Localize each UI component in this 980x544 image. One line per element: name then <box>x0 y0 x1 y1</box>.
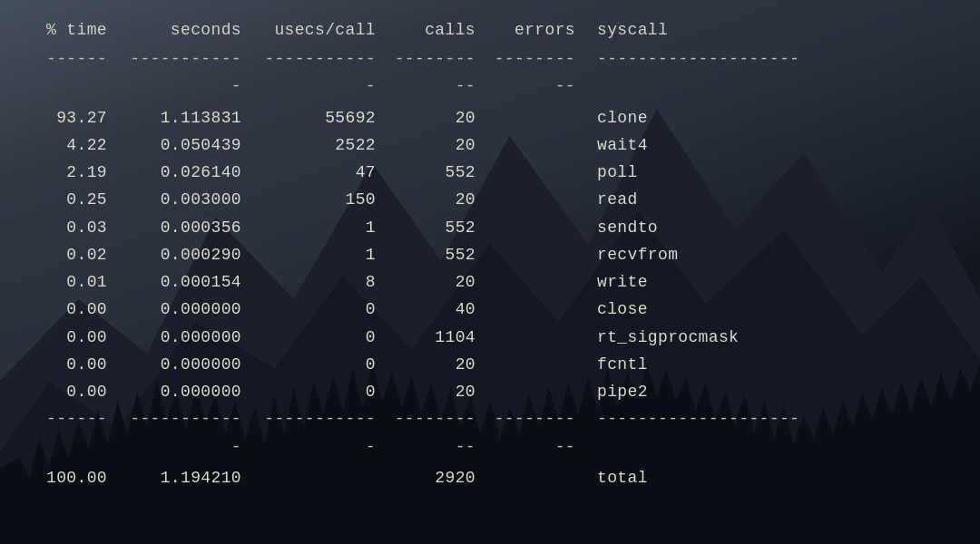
table-row: 0.00 0.000000 0 1104 rt_sigprocmask <box>22 324 958 351</box>
sep-calls: ---------- <box>390 45 490 100</box>
row-errors-8 <box>490 324 590 351</box>
row-calls-7: 40 <box>390 296 490 323</box>
row-syscall-4: sendto <box>590 214 817 241</box>
row-usecs-10: 0 <box>256 378 390 405</box>
header-seconds: seconds <box>122 16 256 44</box>
row-usecs-3: 150 <box>256 186 390 213</box>
row-time-4: 0.03 <box>22 214 122 241</box>
total-time: 100.00 <box>22 464 122 491</box>
row-errors-10 <box>490 378 590 405</box>
table-row: 93.27 1.113831 55692 20 clone <box>22 104 958 131</box>
fsep-seconds: ------------ <box>122 405 256 460</box>
table-row: 0.00 0.000000 0 40 close <box>22 296 958 323</box>
header-separator: ------ ------------ ------------ -------… <box>22 45 958 100</box>
row-calls-6: 20 <box>390 268 490 296</box>
table-total-row: 100.00 1.194210 2920 total <box>22 464 958 491</box>
row-errors-3 <box>490 186 590 213</box>
row-errors-4 <box>490 214 590 241</box>
row-usecs-5: 1 <box>256 241 390 268</box>
row-syscall-3: read <box>590 186 817 213</box>
table-row: 0.02 0.000290 1 552 recvfrom <box>22 241 958 268</box>
row-time-7: 0.00 <box>22 296 122 323</box>
row-time-5: 0.02 <box>22 241 122 268</box>
row-time-3: 0.25 <box>22 186 122 213</box>
table-row: 2.19 0.026140 47 552 poll <box>22 159 958 186</box>
row-syscall-8: rt_sigprocmask <box>590 324 817 351</box>
table-header: % time seconds usecs/call calls errors s… <box>22 16 958 44</box>
header-syscall: syscall <box>590 16 817 44</box>
row-calls-8: 1104 <box>390 324 490 351</box>
row-time-9: 0.00 <box>22 351 122 378</box>
table-row: 4.22 0.050439 2522 20 wait4 <box>22 131 958 159</box>
fsep-usecs: ------------ <box>256 405 390 460</box>
row-time-8: 0.00 <box>22 324 122 351</box>
row-seconds-1: 0.050439 <box>122 131 256 159</box>
row-usecs-7: 0 <box>256 296 390 323</box>
row-usecs-8: 0 <box>256 324 390 351</box>
sep-syscall: -------------------- <box>590 45 817 100</box>
row-time-2: 2.19 <box>22 159 122 186</box>
row-errors-7 <box>490 296 590 323</box>
row-calls-3: 20 <box>390 186 490 213</box>
header-calls: calls <box>390 16 490 44</box>
row-usecs-1: 2522 <box>256 131 390 159</box>
row-time-10: 0.00 <box>22 378 122 405</box>
row-usecs-4: 1 <box>256 214 390 241</box>
row-calls-0: 20 <box>390 104 490 131</box>
row-calls-5: 552 <box>390 241 490 268</box>
table-row: 0.25 0.003000 150 20 read <box>22 186 958 213</box>
table-row: 0.00 0.000000 0 20 fcntl <box>22 351 958 378</box>
row-seconds-7: 0.000000 <box>122 296 256 323</box>
row-syscall-6: write <box>590 268 817 296</box>
table-row: 0.01 0.000154 8 20 write <box>22 268 958 296</box>
total-calls: 2920 <box>390 464 490 491</box>
row-syscall-0: clone <box>590 104 817 131</box>
row-seconds-2: 0.026140 <box>122 159 256 186</box>
total-seconds: 1.194210 <box>122 464 256 491</box>
fsep-syscall: -------------------- <box>590 405 817 460</box>
row-usecs-2: 47 <box>256 159 390 186</box>
fsep-calls: ---------- <box>390 405 490 460</box>
row-calls-1: 20 <box>390 131 490 159</box>
row-time-1: 4.22 <box>22 131 122 159</box>
row-seconds-6: 0.000154 <box>122 268 256 296</box>
table-body: 93.27 1.113831 55692 20 clone 4.22 0.050… <box>22 104 958 406</box>
sep-time: ------ <box>22 45 122 100</box>
table-row: 0.03 0.000356 1 552 sendto <box>22 214 958 241</box>
row-syscall-1: wait4 <box>590 131 817 159</box>
total-usecs <box>256 464 390 491</box>
row-errors-9 <box>490 351 590 378</box>
row-seconds-4: 0.000356 <box>122 214 256 241</box>
header-errors: errors <box>490 16 590 44</box>
row-errors-1 <box>490 131 590 159</box>
row-time-6: 0.01 <box>22 268 122 296</box>
row-calls-4: 552 <box>390 214 490 241</box>
sep-errors: ---------- <box>490 45 590 100</box>
terminal-output: % time seconds usecs/call calls errors s… <box>0 0 980 544</box>
row-calls-2: 552 <box>390 159 490 186</box>
row-seconds-9: 0.000000 <box>122 351 256 378</box>
header-usecs: usecs/call <box>256 16 390 44</box>
row-errors-5 <box>490 241 590 268</box>
row-usecs-6: 8 <box>256 268 390 296</box>
row-seconds-5: 0.000290 <box>122 241 256 268</box>
row-seconds-10: 0.000000 <box>122 378 256 405</box>
row-syscall-10: pipe2 <box>590 378 817 405</box>
row-usecs-9: 0 <box>256 351 390 378</box>
table-row: 0.00 0.000000 0 20 pipe2 <box>22 378 958 405</box>
row-calls-9: 20 <box>390 351 490 378</box>
sep-seconds: ------------ <box>122 45 256 100</box>
fsep-errors: ---------- <box>490 405 590 460</box>
sep-usecs: ------------ <box>256 45 390 100</box>
row-syscall-7: close <box>590 296 817 323</box>
row-errors-2 <box>490 159 590 186</box>
row-syscall-5: recvfrom <box>590 241 817 268</box>
row-syscall-9: fcntl <box>590 351 817 378</box>
row-time-0: 93.27 <box>22 104 122 131</box>
row-errors-0 <box>490 104 590 131</box>
row-seconds-3: 0.003000 <box>122 186 256 213</box>
row-calls-10: 20 <box>390 378 490 405</box>
fsep-time: ------ <box>22 405 122 460</box>
row-errors-6 <box>490 268 590 296</box>
row-syscall-2: poll <box>590 159 817 186</box>
